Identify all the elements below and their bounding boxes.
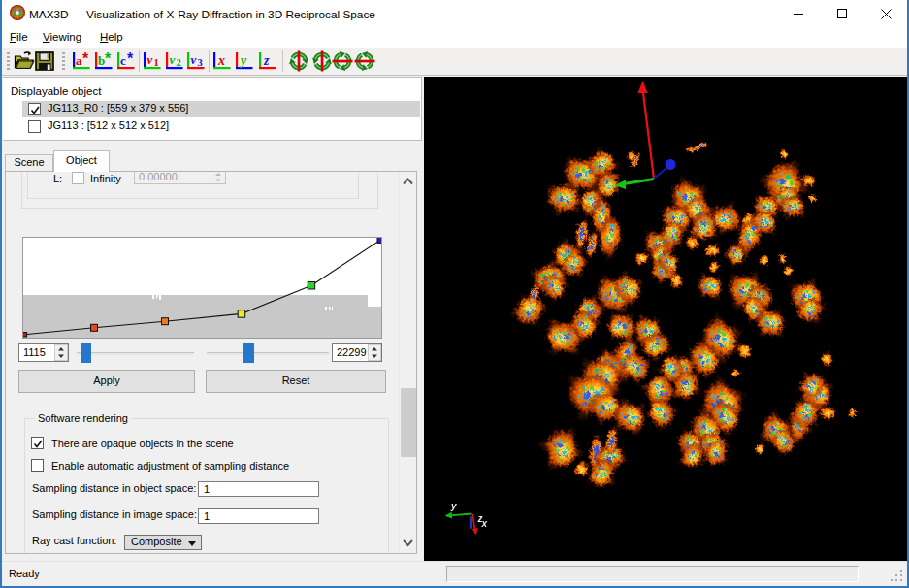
svg-text:c: c (120, 53, 126, 68)
svg-text:x: x (481, 518, 488, 529)
svg-text:*: * (127, 50, 134, 67)
svg-text:a: a (76, 53, 82, 68)
svg-text:v: v (147, 52, 153, 67)
svg-text:y: y (450, 501, 457, 511)
svg-text:1: 1 (154, 57, 159, 68)
svg-text:*: * (105, 50, 112, 67)
svg-text:y: y (239, 53, 247, 68)
svg-text:x: x (217, 53, 225, 68)
svg-text:3: 3 (198, 57, 203, 68)
svg-text:v: v (191, 52, 197, 67)
svg-text:z: z (263, 53, 270, 68)
svg-text:2: 2 (177, 57, 181, 68)
svg-text:v: v (170, 52, 176, 67)
svg-text:*: * (82, 50, 89, 67)
